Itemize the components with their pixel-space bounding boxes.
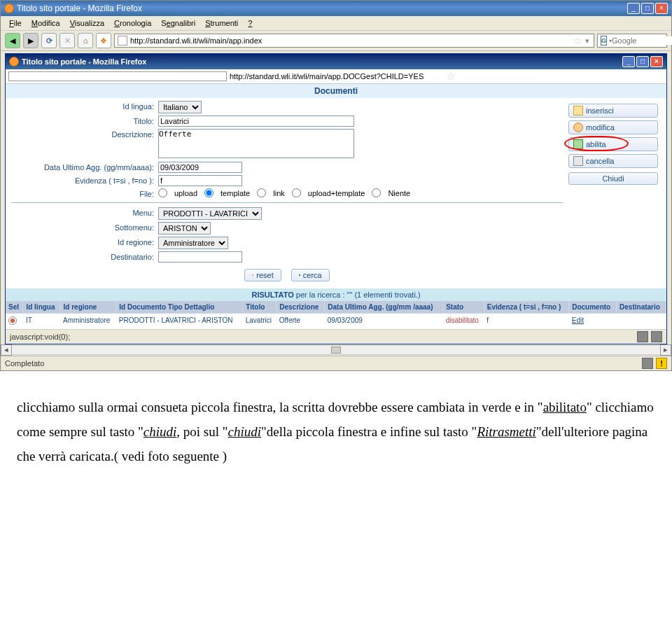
outer-menubar: File Modifica Visualizza Cronologia Segn… xyxy=(1,16,671,31)
scroll-track[interactable] xyxy=(12,345,660,355)
status-icon xyxy=(651,331,662,342)
outer-window-title: Titolo sito portale - Mozilla Firefox xyxy=(17,4,627,13)
cell-data: 09/03/2009 xyxy=(325,314,443,330)
maximize-button[interactable]: □ xyxy=(636,56,649,67)
page-icon xyxy=(8,71,227,81)
outer-toolbar: ◀ ▶ ⟳ ✕ ⌂ ❖ ☆ ▾ G ▾ xyxy=(1,31,671,51)
search-input[interactable] xyxy=(612,36,672,45)
stop-button[interactable]: ✕ xyxy=(59,33,75,48)
select-menu[interactable]: PRODOTTI - LAVATRICI xyxy=(158,207,262,220)
abilita-button[interactable]: abilita xyxy=(568,137,658,151)
radio-upload-template[interactable] xyxy=(292,188,301,197)
bookmark-star-icon[interactable]: ☆ xyxy=(447,71,664,82)
side-buttons: inserisci modifica abilita cancella Chiu… xyxy=(568,98,666,288)
label-file: File: xyxy=(11,188,158,198)
col-titolo: Titolo xyxy=(243,301,276,314)
radio-link[interactable] xyxy=(257,188,266,197)
radio-link-label: link xyxy=(273,189,285,197)
cell-id-doc: PRODOTTI - LAVATRICI - ARISTON xyxy=(116,314,243,330)
cell-documento-link[interactable]: Edit xyxy=(572,316,584,324)
outer-browser-window: Titolo sito portale - Mozilla Firefox _ … xyxy=(0,0,672,371)
modifica-button[interactable]: modifica xyxy=(568,120,658,134)
feed-button[interactable]: ❖ xyxy=(96,33,111,48)
minimize-button[interactable]: _ xyxy=(627,3,640,14)
radio-template-label: template xyxy=(220,189,250,197)
label-id-lingua: Id lingua: xyxy=(11,101,158,111)
radio-upload-template-label: upload+template xyxy=(308,189,365,197)
radio-niente[interactable] xyxy=(372,188,381,197)
cell-id-lingua: IT xyxy=(23,314,60,330)
label-evidenza: Evidenza ( t=si , f=no ): xyxy=(11,175,158,185)
select-id-regione[interactable]: Amministratore xyxy=(158,237,228,249)
scroll-left-button[interactable]: ◂ xyxy=(1,344,12,356)
radio-template[interactable] xyxy=(204,188,214,197)
minimize-button[interactable]: _ xyxy=(622,56,635,67)
inner-url-bar: http://standard.wli.it/wli/main/app.DOCG… xyxy=(6,69,666,84)
menu-modifica[interactable]: Modifica xyxy=(27,18,64,29)
section-title: Documenti xyxy=(6,84,666,98)
form-left: Id lingua: Italiano Titolo: Descrizione:… xyxy=(6,98,568,288)
close-button[interactable]: × xyxy=(650,56,663,67)
input-data-agg[interactable] xyxy=(158,162,242,173)
input-evidenza[interactable] xyxy=(158,175,242,186)
radio-niente-label: Niente xyxy=(388,189,410,197)
menu-cronologia[interactable]: Cronologia xyxy=(110,18,155,29)
cancella-button[interactable]: cancella xyxy=(568,154,658,168)
scroll-right-button[interactable]: ▸ xyxy=(660,344,671,356)
caption-paragraph: clicchiamo sulla ormai consueta piccola … xyxy=(0,371,672,489)
inserisci-button[interactable]: inserisci xyxy=(568,104,658,118)
center-buttons: reset cerca xyxy=(11,265,563,286)
reset-button[interactable]: reset xyxy=(244,269,281,281)
radio-upload[interactable] xyxy=(158,188,167,197)
textarea-descrizione[interactable]: Offerte xyxy=(158,129,354,158)
cell-id-regione: Amministratore xyxy=(60,314,116,330)
status-icon xyxy=(637,331,648,342)
col-descrizione: Descrizione xyxy=(276,301,325,314)
select-id-lingua[interactable]: Italiano xyxy=(158,101,202,113)
menu-help[interactable]: ? xyxy=(244,18,256,29)
label-titolo: Titolo: xyxy=(11,116,158,125)
input-titolo[interactable] xyxy=(158,116,354,127)
col-evidenza: Evidenza ( t=si , f=no ) xyxy=(484,301,569,314)
col-stato: Stato xyxy=(443,301,484,314)
radio-upload-label: upload xyxy=(174,189,197,197)
cell-descrizione: Offerte xyxy=(276,314,325,330)
enable-icon xyxy=(573,139,583,149)
menu-file[interactable]: File xyxy=(5,18,26,29)
dropdown-icon[interactable]: ▾ xyxy=(584,36,591,46)
outer-url-bar[interactable]: ☆ ▾ xyxy=(114,34,594,48)
outer-url-input[interactable] xyxy=(130,36,572,45)
reload-button[interactable]: ⟳ xyxy=(41,33,57,48)
menu-strumenti[interactable]: Strumenti xyxy=(201,18,242,29)
outer-titlebar: Titolo sito portale - Mozilla Firefox _ … xyxy=(1,1,671,16)
forward-button[interactable]: ▶ xyxy=(23,33,38,48)
scroll-thumb[interactable] xyxy=(331,347,341,354)
file-radio-group: upload template link upload+template Nie… xyxy=(158,188,563,197)
inner-window-title: Titolo sito portale - Mozilla Firefox xyxy=(22,57,622,66)
chiudi-button[interactable]: Chiudi xyxy=(568,172,658,185)
input-destinatario[interactable] xyxy=(158,251,242,263)
bookmark-star-icon[interactable]: ☆ xyxy=(573,35,582,46)
menu-segnalibri[interactable]: Segnalibri xyxy=(157,18,200,29)
row-select-radio[interactable] xyxy=(8,316,17,325)
menu-visualizza[interactable]: Visualizza xyxy=(66,18,108,29)
select-sottomenu[interactable]: ARISTON xyxy=(158,222,211,235)
inner-titlebar: Titolo sito portale - Mozilla Firefox _ … xyxy=(6,54,666,69)
firefox-icon xyxy=(4,4,14,13)
outer-horizontal-scrollbar: ◂ ▸ xyxy=(1,344,671,356)
cerca-button[interactable]: cerca xyxy=(291,269,330,281)
close-button[interactable]: × xyxy=(655,3,668,14)
insert-icon xyxy=(573,106,583,116)
google-icon: G xyxy=(601,36,607,46)
label-id-regione: Id regione: xyxy=(11,237,158,246)
reset-icon xyxy=(252,274,253,276)
separator xyxy=(11,202,563,203)
back-button[interactable]: ◀ xyxy=(5,33,20,48)
maximize-button[interactable]: □ xyxy=(641,3,654,14)
page-icon xyxy=(118,36,127,46)
content-area: Documenti Id lingua: Italiano Titolo: De… xyxy=(6,84,666,329)
outer-search-bar[interactable]: G ▾ xyxy=(597,34,667,48)
home-button[interactable]: ⌂ xyxy=(78,33,93,48)
inner-window-buttons: _ □ × xyxy=(622,56,663,67)
cell-stato: disabilitato xyxy=(443,314,484,330)
